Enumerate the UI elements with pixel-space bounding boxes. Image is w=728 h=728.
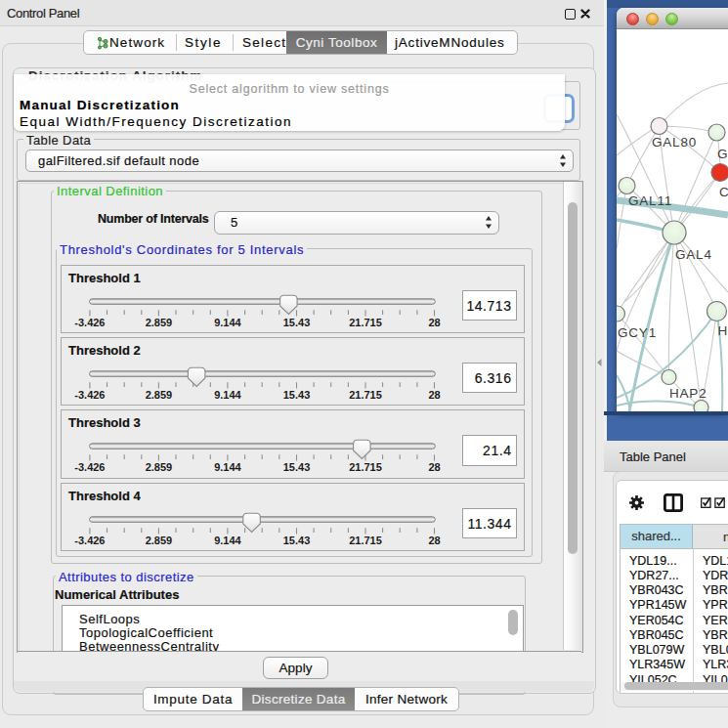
svg-text:2.859: 2.859	[146, 534, 173, 545]
svg-text:28: 28	[428, 461, 440, 473]
svg-text:28: 28	[428, 388, 440, 400]
svg-text:21.715: 21.715	[349, 534, 382, 545]
svg-text:H: H	[718, 323, 728, 338]
svg-text:15.43: 15.43	[283, 388, 311, 400]
svg-text:9.144: 9.144	[214, 461, 241, 473]
svg-text:28: 28	[428, 534, 440, 545]
svg-text:-3.426: -3.426	[74, 461, 105, 473]
svg-text:GCY1: GCY1	[618, 325, 657, 340]
svg-text:21.715: 21.715	[349, 388, 382, 400]
svg-text:GA: GA	[717, 147, 728, 161]
svg-text:C: C	[719, 185, 728, 199]
svg-text:15.43: 15.43	[283, 461, 311, 473]
svg-text:-3.426: -3.426	[74, 534, 105, 545]
svg-text:GAL11: GAL11	[628, 193, 672, 208]
svg-text:15.43: 15.43	[283, 316, 311, 327]
svg-text:GAL4: GAL4	[675, 247, 712, 262]
svg-text:-3.426: -3.426	[74, 316, 105, 327]
svg-text:2.859: 2.859	[146, 461, 173, 473]
svg-text:21.715: 21.715	[349, 316, 382, 327]
svg-text:28: 28	[428, 316, 440, 327]
svg-text:2.859: 2.859	[146, 316, 173, 327]
svg-text:21.715: 21.715	[349, 461, 382, 473]
svg-text:2.859: 2.859	[146, 388, 173, 400]
svg-text:15.43: 15.43	[283, 534, 311, 545]
svg-text:-3.426: -3.426	[74, 388, 105, 400]
svg-text:HAP2: HAP2	[669, 386, 707, 401]
svg-text:9.144: 9.144	[214, 388, 241, 400]
svg-text:9.144: 9.144	[214, 316, 241, 327]
svg-text:GAL80: GAL80	[652, 135, 697, 150]
svg-text:9.144: 9.144	[214, 534, 241, 545]
